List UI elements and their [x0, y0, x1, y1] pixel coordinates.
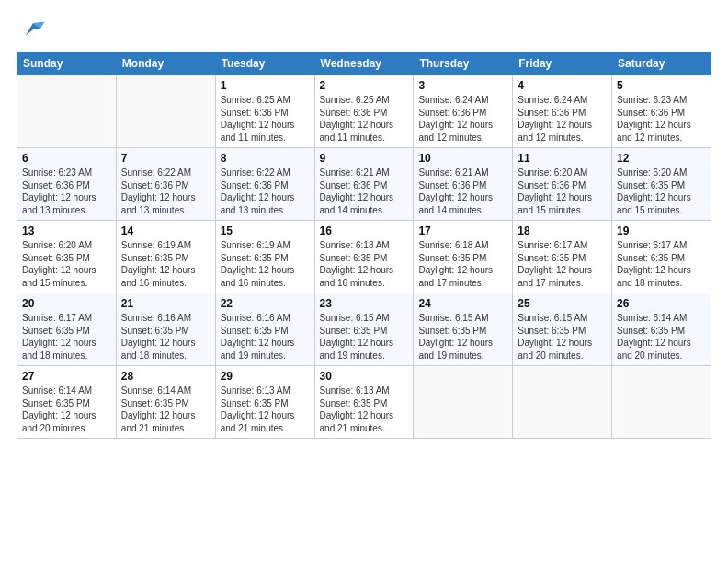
- day-number: 19: [617, 224, 706, 237]
- day-number: 2: [320, 79, 409, 92]
- day-cell: [513, 366, 612, 439]
- day-cell: 7Sunrise: 6:22 AM Sunset: 6:36 PM Daylig…: [116, 148, 215, 221]
- calendar-table: SundayMondayTuesdayWednesdayThursdayFrid…: [17, 52, 711, 439]
- day-number: 14: [121, 224, 210, 237]
- day-cell: 14Sunrise: 6:19 AM Sunset: 6:35 PM Dayli…: [116, 221, 215, 293]
- day-cell: 18Sunrise: 6:17 AM Sunset: 6:35 PM Dayli…: [513, 221, 612, 293]
- day-cell: 1Sunrise: 6:25 AM Sunset: 6:36 PM Daylig…: [215, 75, 314, 148]
- day-info: Sunrise: 6:24 AM Sunset: 6:36 PM Dayligh…: [418, 94, 507, 144]
- day-cell: 4Sunrise: 6:24 AM Sunset: 6:36 PM Daylig…: [513, 75, 612, 148]
- day-cell: 26Sunrise: 6:14 AM Sunset: 6:35 PM Dayli…: [612, 293, 711, 366]
- day-info: Sunrise: 6:14 AM Sunset: 6:35 PM Dayligh…: [617, 312, 706, 362]
- weekday-header-friday: Friday: [513, 52, 612, 75]
- day-number: 10: [418, 152, 507, 165]
- day-cell: 16Sunrise: 6:18 AM Sunset: 6:35 PM Dayli…: [314, 221, 414, 293]
- day-cell: 27Sunrise: 6:14 AM Sunset: 6:35 PM Dayli…: [17, 366, 117, 439]
- day-number: 8: [221, 152, 310, 165]
- day-info: Sunrise: 6:15 AM Sunset: 6:35 PM Dayligh…: [518, 312, 607, 362]
- day-info: Sunrise: 6:18 AM Sunset: 6:35 PM Dayligh…: [418, 239, 507, 289]
- day-info: Sunrise: 6:23 AM Sunset: 6:36 PM Dayligh…: [617, 94, 706, 144]
- logo-bird-icon: [20, 17, 46, 42]
- day-cell: 24Sunrise: 6:15 AM Sunset: 6:35 PM Dayli…: [414, 293, 513, 366]
- day-number: 22: [221, 297, 310, 310]
- day-number: 27: [22, 370, 111, 383]
- day-cell: 23Sunrise: 6:15 AM Sunset: 6:35 PM Dayli…: [314, 293, 414, 366]
- day-number: 20: [22, 297, 111, 310]
- day-cell: 2Sunrise: 6:25 AM Sunset: 6:36 PM Daylig…: [314, 75, 414, 148]
- day-cell: 13Sunrise: 6:20 AM Sunset: 6:35 PM Dayli…: [17, 221, 117, 293]
- day-info: Sunrise: 6:19 AM Sunset: 6:35 PM Dayligh…: [221, 239, 310, 289]
- day-info: Sunrise: 6:17 AM Sunset: 6:35 PM Dayligh…: [617, 239, 706, 289]
- weekday-header-monday: Monday: [116, 52, 215, 75]
- page: SundayMondayTuesdayWednesdayThursdayFrid…: [0, 0, 728, 563]
- day-number: 1: [221, 79, 310, 92]
- day-cell: 12Sunrise: 6:20 AM Sunset: 6:35 PM Dayli…: [612, 148, 711, 221]
- logo: [17, 17, 46, 42]
- day-info: Sunrise: 6:20 AM Sunset: 6:35 PM Dayligh…: [22, 239, 111, 289]
- week-row-2: 6Sunrise: 6:23 AM Sunset: 6:36 PM Daylig…: [17, 148, 711, 221]
- day-cell: 22Sunrise: 6:16 AM Sunset: 6:35 PM Dayli…: [215, 293, 314, 366]
- day-number: 21: [121, 297, 210, 310]
- day-number: 25: [518, 297, 607, 310]
- day-info: Sunrise: 6:13 AM Sunset: 6:35 PM Dayligh…: [320, 385, 409, 434]
- weekday-header-thursday: Thursday: [414, 52, 513, 75]
- day-cell: 6Sunrise: 6:23 AM Sunset: 6:36 PM Daylig…: [17, 148, 117, 221]
- day-cell: 10Sunrise: 6:21 AM Sunset: 6:36 PM Dayli…: [414, 148, 513, 221]
- day-info: Sunrise: 6:20 AM Sunset: 6:36 PM Dayligh…: [518, 167, 607, 216]
- day-cell: 29Sunrise: 6:13 AM Sunset: 6:35 PM Dayli…: [215, 366, 314, 439]
- day-cell: 3Sunrise: 6:24 AM Sunset: 6:36 PM Daylig…: [414, 75, 513, 148]
- day-cell: 15Sunrise: 6:19 AM Sunset: 6:35 PM Dayli…: [215, 221, 314, 293]
- day-cell: [17, 75, 117, 148]
- weekday-header-saturday: Saturday: [612, 52, 711, 75]
- day-number: 3: [418, 79, 507, 92]
- day-info: Sunrise: 6:14 AM Sunset: 6:35 PM Dayligh…: [22, 385, 111, 434]
- day-info: Sunrise: 6:18 AM Sunset: 6:35 PM Dayligh…: [320, 239, 409, 289]
- day-number: 30: [320, 370, 409, 383]
- day-info: Sunrise: 6:17 AM Sunset: 6:35 PM Dayligh…: [518, 239, 607, 289]
- day-number: 23: [320, 297, 409, 310]
- week-row-1: 1Sunrise: 6:25 AM Sunset: 6:36 PM Daylig…: [17, 75, 711, 148]
- day-number: 12: [617, 152, 706, 165]
- weekday-header-wednesday: Wednesday: [314, 52, 414, 75]
- day-info: Sunrise: 6:19 AM Sunset: 6:35 PM Dayligh…: [121, 239, 210, 289]
- day-info: Sunrise: 6:16 AM Sunset: 6:35 PM Dayligh…: [221, 312, 310, 362]
- day-info: Sunrise: 6:21 AM Sunset: 6:36 PM Dayligh…: [320, 167, 409, 216]
- weekday-header-sunday: Sunday: [17, 52, 117, 75]
- day-info: Sunrise: 6:20 AM Sunset: 6:35 PM Dayligh…: [617, 167, 706, 216]
- day-cell: 25Sunrise: 6:15 AM Sunset: 6:35 PM Dayli…: [513, 293, 612, 366]
- day-info: Sunrise: 6:14 AM Sunset: 6:35 PM Dayligh…: [121, 385, 210, 434]
- weekday-header-tuesday: Tuesday: [215, 52, 314, 75]
- day-cell: 21Sunrise: 6:16 AM Sunset: 6:35 PM Dayli…: [116, 293, 215, 366]
- day-number: 18: [518, 224, 607, 237]
- day-cell: 30Sunrise: 6:13 AM Sunset: 6:35 PM Dayli…: [314, 366, 414, 439]
- day-cell: 8Sunrise: 6:22 AM Sunset: 6:36 PM Daylig…: [215, 148, 314, 221]
- day-info: Sunrise: 6:25 AM Sunset: 6:36 PM Dayligh…: [221, 94, 310, 144]
- day-info: Sunrise: 6:24 AM Sunset: 6:36 PM Dayligh…: [518, 94, 607, 144]
- day-number: 28: [121, 370, 210, 383]
- day-cell: 17Sunrise: 6:18 AM Sunset: 6:35 PM Dayli…: [414, 221, 513, 293]
- day-cell: 20Sunrise: 6:17 AM Sunset: 6:35 PM Dayli…: [17, 293, 117, 366]
- week-row-5: 27Sunrise: 6:14 AM Sunset: 6:35 PM Dayli…: [17, 366, 711, 439]
- day-cell: [612, 366, 711, 439]
- day-number: 24: [418, 297, 507, 310]
- day-cell: 19Sunrise: 6:17 AM Sunset: 6:35 PM Dayli…: [612, 221, 711, 293]
- day-number: 17: [418, 224, 507, 237]
- day-info: Sunrise: 6:22 AM Sunset: 6:36 PM Dayligh…: [221, 167, 310, 216]
- day-number: 29: [221, 370, 310, 383]
- day-number: 4: [518, 79, 607, 92]
- weekday-header-row: SundayMondayTuesdayWednesdayThursdayFrid…: [17, 52, 711, 75]
- day-number: 13: [22, 224, 111, 237]
- day-number: 26: [617, 297, 706, 310]
- day-cell: 9Sunrise: 6:21 AM Sunset: 6:36 PM Daylig…: [314, 148, 414, 221]
- day-cell: [116, 75, 215, 148]
- day-info: Sunrise: 6:21 AM Sunset: 6:36 PM Dayligh…: [418, 167, 507, 216]
- day-info: Sunrise: 6:25 AM Sunset: 6:36 PM Dayligh…: [320, 94, 409, 144]
- day-cell: 5Sunrise: 6:23 AM Sunset: 6:36 PM Daylig…: [612, 75, 711, 148]
- day-info: Sunrise: 6:23 AM Sunset: 6:36 PM Dayligh…: [22, 167, 111, 216]
- day-info: Sunrise: 6:22 AM Sunset: 6:36 PM Dayligh…: [121, 167, 210, 216]
- day-cell: 11Sunrise: 6:20 AM Sunset: 6:36 PM Dayli…: [513, 148, 612, 221]
- day-number: 6: [22, 152, 111, 165]
- header: [17, 17, 711, 42]
- day-number: 15: [221, 224, 310, 237]
- day-number: 7: [121, 152, 210, 165]
